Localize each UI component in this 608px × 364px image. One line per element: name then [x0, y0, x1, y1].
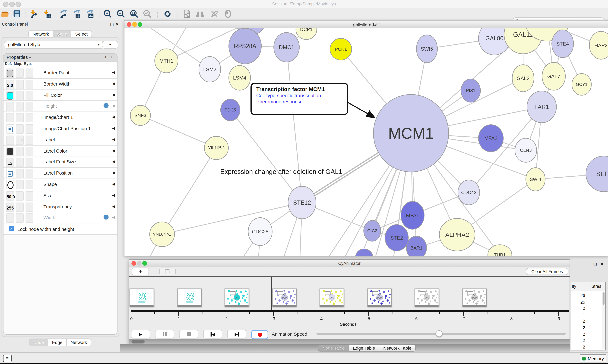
binoculars-icon[interactable] — [195, 9, 205, 19]
network-node-pdc5[interactable]: PDC5 — [221, 99, 240, 121]
timeline-ruler[interactable] — [131, 310, 569, 312]
property-row-label-color[interactable]: Label Color◀ — [3, 145, 117, 157]
property-row-label[interactable]: ⋮›Label◀ — [3, 134, 117, 145]
default-value-cell[interactable]: 12 — [6, 158, 14, 167]
zoom-selected-icon[interactable] — [143, 9, 152, 19]
network-edge[interactable] — [230, 110, 302, 203]
expand-all-icon[interactable]: » — [104, 56, 109, 59]
network-node-pck1[interactable]: PCK1 — [330, 38, 352, 60]
network-node-ste4[interactable]: STE4 — [552, 30, 573, 58]
bypass-cell[interactable] — [26, 169, 33, 178]
refresh-icon[interactable] — [163, 9, 172, 19]
step-forward-button[interactable]: ▶ — [227, 330, 246, 338]
timeline-playhead[interactable] — [271, 277, 272, 311]
property-row-width[interactable]: Widthi◀ — [3, 212, 117, 224]
property-row-shape[interactable]: Shape◀ — [3, 179, 117, 190]
mapping-cell[interactable] — [16, 147, 24, 156]
default-value-cell[interactable] — [6, 169, 14, 178]
bypass-cell[interactable] — [26, 102, 33, 111]
save-icon[interactable] — [12, 9, 22, 19]
show-eye-icon[interactable] — [223, 9, 233, 19]
network-node-ste2[interactable]: STE2 — [385, 224, 408, 251]
bypass-cell[interactable] — [26, 68, 33, 78]
network-node-swi4[interactable]: SWI4 — [526, 168, 545, 191]
expand-row-icon[interactable]: ◀ — [112, 115, 115, 119]
mapping-cell[interactable] — [16, 113, 24, 123]
default-value-cell[interactable] — [6, 124, 14, 134]
network-node-snf3[interactable]: SNF3 — [130, 105, 151, 125]
record-button[interactable] — [251, 330, 268, 339]
style-selector-dropdown[interactable]: galFiltered Style ▼ — [4, 41, 104, 49]
default-value-cell[interactable] — [6, 213, 14, 223]
mapping-cell[interactable] — [16, 91, 24, 100]
property-row-height[interactable]: Heighti◀ — [3, 101, 117, 112]
property-row-label-position[interactable]: Label Position◀ — [3, 168, 117, 179]
expand-row-icon[interactable]: ◀ — [112, 126, 115, 130]
tab-node-table[interactable]: Node Table — [318, 345, 348, 352]
hide-eye-icon[interactable] — [210, 9, 219, 19]
network-node-tub1[interactable]: TUB1 — [488, 245, 512, 256]
network-node-mcm1[interactable]: MCM1 — [373, 95, 449, 172]
mapping-cell[interactable] — [16, 213, 24, 223]
network-node-gal7[interactable]: GAL7 — [542, 62, 566, 90]
control-panel-close-icon[interactable]: ✕ — [116, 22, 119, 26]
expand-row-icon[interactable]: ◀ — [112, 137, 115, 141]
tab-edge[interactable]: Edge — [48, 338, 66, 346]
info-icon[interactable]: i — [104, 215, 109, 220]
property-row-border-width[interactable]: 2.0Border Width◀ — [3, 78, 117, 90]
bypass-cell[interactable] — [26, 147, 33, 156]
network-canvas[interactable]: DCP1RPS28ADMC1PCK1SWI5GAL80GAL11STE4HAP2… — [124, 28, 608, 256]
network-node-gal2[interactable]: GAL2 — [512, 65, 534, 92]
network-node-pis1[interactable]: PIS1 — [461, 79, 480, 102]
tab-network[interactable]: Network — [66, 338, 91, 346]
expand-row-icon[interactable]: ◀ — [112, 93, 115, 97]
network-node-mth1[interactable]: MTH1 — [155, 49, 178, 73]
network-node-bar1[interactable]: BAR1 — [406, 236, 427, 256]
expand-row-icon[interactable]: ◀ — [112, 216, 115, 219]
network-node-hap2[interactable]: HAP2 — [589, 31, 608, 59]
network-node-ynl047c[interactable]: YNL047C — [150, 222, 175, 247]
mapping-cell[interactable] — [16, 202, 24, 212]
network-edge[interactable] — [140, 116, 216, 148]
results-vscrollbar[interactable] — [602, 292, 605, 349]
frame-thumbnail-5[interactable]: MCM — [367, 288, 391, 307]
export-table-icon[interactable] — [72, 9, 82, 19]
results-table[interactable]: ity Stres 26252122222 — [571, 282, 606, 351]
results-float-icon[interactable]: ▢ — [593, 262, 597, 266]
bypass-cell[interactable] — [26, 91, 33, 100]
property-row-fill-color[interactable]: Fill Color◀ — [3, 90, 117, 101]
default-value-cell[interactable] — [6, 147, 14, 156]
default-value-cell[interactable] — [6, 102, 14, 111]
network-edge[interactable] — [287, 47, 302, 203]
frame-thumbnail-1[interactable] — [177, 288, 201, 307]
style-options-button[interactable]: ▼ — [102, 41, 118, 49]
zoom-in-icon[interactable] — [103, 9, 112, 19]
network-node-dmc1[interactable]: DMC1 — [274, 33, 299, 62]
expand-row-icon[interactable]: ◀ — [112, 193, 115, 197]
play-button[interactable]: ▶ — [131, 330, 150, 338]
mapping-cell[interactable] — [16, 124, 24, 134]
stop-button[interactable] — [179, 330, 198, 338]
import-network-icon[interactable] — [29, 9, 39, 19]
default-value-cell[interactable]: 255 — [6, 202, 14, 212]
menu-button[interactable]: ≡ — [3, 355, 12, 362]
memory-button[interactable]: Memory — [580, 354, 606, 363]
network-node-mfa1[interactable]: MFA1 — [401, 201, 424, 229]
default-value-cell[interactable]: 50.0 — [6, 191, 14, 200]
network-node-far1[interactable]: FAR1 — [527, 91, 556, 123]
property-row-image-chart-position-1[interactable]: Image/Chart Position 1◀ — [3, 123, 117, 134]
network-node-lsm2[interactable]: LSM2 — [199, 57, 221, 82]
network-node-lsm4[interactable]: LSM4 — [229, 65, 250, 90]
default-value-cell[interactable] — [6, 135, 14, 145]
bypass-cell[interactable] — [26, 113, 33, 123]
expand-row-icon[interactable]: ◀ — [112, 160, 115, 164]
expand-row-icon[interactable]: ◀ — [112, 148, 115, 152]
tab-edge-table[interactable]: Edge Table — [349, 345, 379, 352]
frame-thumbnail-2[interactable]: MCM — [224, 288, 249, 307]
zoom-out-icon[interactable] — [116, 9, 126, 19]
animation-speed-thumb[interactable] — [436, 330, 442, 337]
default-value-cell[interactable] — [6, 113, 14, 123]
default-value-cell[interactable] — [6, 68, 14, 78]
bypass-cell[interactable] — [26, 180, 33, 189]
expand-row-icon[interactable]: ◀ — [112, 82, 115, 85]
